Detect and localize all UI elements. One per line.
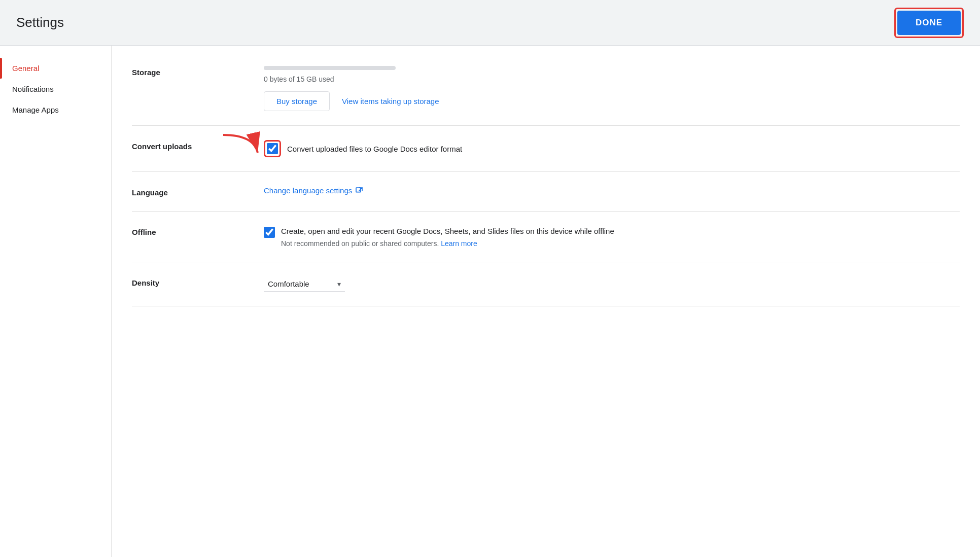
- learn-more-link[interactable]: Learn more: [441, 239, 477, 248]
- offline-sub-text: Not recommended on public or shared comp…: [281, 239, 960, 248]
- sidebar-item-manage-apps[interactable]: Manage Apps: [0, 99, 111, 120]
- storage-actions: Buy storage View items taking up storage: [264, 91, 960, 111]
- offline-row: Offline Create, open and edit your recen…: [132, 212, 960, 262]
- page-title: Settings: [16, 15, 64, 30]
- convert-uploads-checkbox-label: Convert uploaded files to Google Docs ed…: [287, 145, 462, 153]
- language-content: Change language settings: [264, 186, 960, 195]
- density-select-container: Comfortable Cozy Compact ▾: [264, 276, 345, 292]
- offline-inner: Create, open and edit your recent Google…: [264, 226, 960, 248]
- storage-row: Storage 0 bytes of 15 GB used Buy storag…: [132, 62, 960, 126]
- density-label: Density: [132, 276, 264, 287]
- storage-bar-fill: [264, 66, 265, 70]
- density-select[interactable]: Comfortable Cozy Compact: [264, 276, 345, 292]
- done-button[interactable]: DONE: [897, 11, 961, 35]
- offline-main-text: Create, open and edit your recent Google…: [281, 226, 960, 237]
- offline-text-block: Create, open and edit your recent Google…: [281, 226, 960, 248]
- convert-uploads-content: Convert uploaded files to Google Docs ed…: [264, 140, 960, 157]
- convert-checkbox-highlight: [264, 140, 281, 157]
- offline-label: Offline: [132, 226, 264, 236]
- view-items-link[interactable]: View items taking up storage: [342, 97, 439, 106]
- settings-content: Storage 0 bytes of 15 GB used Buy storag…: [112, 46, 980, 557]
- convert-uploads-row: Convert uploads Conv: [132, 126, 960, 172]
- sidebar-item-general[interactable]: General: [0, 58, 111, 79]
- offline-content: Create, open and edit your recent Google…: [264, 226, 960, 248]
- convert-uploads-checkbox[interactable]: [267, 143, 278, 154]
- buy-storage-button[interactable]: Buy storage: [264, 91, 330, 111]
- sidebar: General Notifications Manage Apps: [0, 46, 112, 557]
- storage-label: Storage: [132, 66, 264, 77]
- offline-checkbox[interactable]: [264, 227, 275, 238]
- density-row: Density Comfortable Cozy Compact ▾: [132, 262, 960, 306]
- change-language-link[interactable]: Change language settings: [264, 186, 363, 195]
- storage-bar-container: [264, 66, 396, 70]
- header: Settings DONE: [0, 0, 980, 46]
- external-link-icon: [355, 187, 363, 195]
- sidebar-item-notifications[interactable]: Notifications: [0, 79, 111, 99]
- done-btn-highlight: DONE: [894, 8, 964, 38]
- storage-usage-text: 0 bytes of 15 GB used: [264, 75, 960, 83]
- red-arrow-annotation: [218, 130, 264, 160]
- density-content: Comfortable Cozy Compact ▾: [264, 276, 960, 292]
- language-row: Language Change language settings: [132, 172, 960, 212]
- main-layout: General Notifications Manage Apps Storag…: [0, 46, 980, 557]
- storage-content: 0 bytes of 15 GB used Buy storage View i…: [264, 66, 960, 111]
- language-label: Language: [132, 186, 264, 197]
- convert-uploads-wrapper: Convert uploaded files to Google Docs ed…: [264, 140, 960, 157]
